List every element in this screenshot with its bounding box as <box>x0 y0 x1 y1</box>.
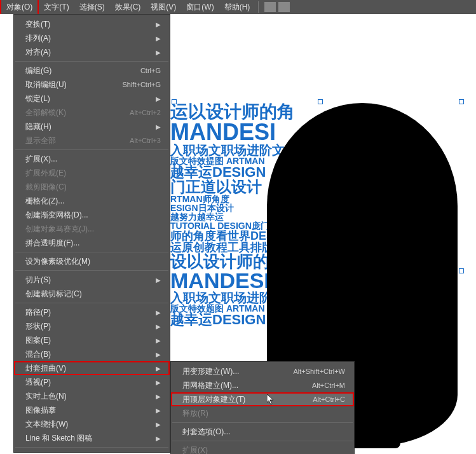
menu-item[interactable]: 排列(A)▶ <box>14 31 170 45</box>
selection-handle[interactable] <box>318 99 323 104</box>
menu-item[interactable]: 设为像素级优化(M) <box>14 254 170 268</box>
menubar-separator <box>258 1 259 13</box>
menu-window[interactable]: 窗口(W) <box>181 0 219 15</box>
menu-item-label: 形状(P) <box>25 321 51 332</box>
menu-item-label: 混合(B) <box>25 349 51 360</box>
menu-item[interactable]: 实时上色(N)▶ <box>14 389 170 403</box>
submenu-item: 扩展(X) <box>171 443 354 454</box>
menu-item: 裁剪图像(C) <box>14 180 170 194</box>
submenu-arrow-icon: ▶ <box>156 337 161 344</box>
submenu-item[interactable]: 用变形建立(W)...Alt+Shift+Ctrl+W <box>171 364 354 378</box>
menu-object[interactable]: 对象(O) <box>0 0 39 16</box>
menu-item[interactable]: 封套扭曲(V)▶ <box>14 361 170 375</box>
menu-item[interactable]: 形状(P)▶ <box>14 319 170 333</box>
menu-item-label: 文本绕排(W) <box>25 419 68 430</box>
menu-separator <box>15 447 168 448</box>
menu-item-label: 创建渐变网格(D)... <box>25 210 88 221</box>
submenu-arrow-icon: ▶ <box>156 123 161 130</box>
menu-item-label: 显示全部 <box>25 135 56 146</box>
menu-shortcut: Alt+Ctrl+3 <box>130 137 161 144</box>
menu-item-label: 变换(T) <box>25 19 50 30</box>
menu-item[interactable]: 隐藏(H)▶ <box>14 120 170 134</box>
doc-arrange-icon[interactable] <box>264 2 276 12</box>
menu-item[interactable]: 切片(S)▶ <box>14 273 170 287</box>
menu-separator <box>172 441 353 441</box>
menu-item-label: 切片(S) <box>25 275 51 285</box>
submenu-arrow-icon: ▶ <box>156 393 161 400</box>
menu-item[interactable]: 混合(B)▶ <box>14 347 170 361</box>
menu-shortcut: Alt+Ctrl+M <box>312 382 345 389</box>
menu-item-label: 拼合透明度(F)... <box>25 238 79 249</box>
menu-item-label: 扩展外观(E) <box>25 168 66 179</box>
menu-item-label: 对齐(A) <box>25 47 51 58</box>
menu-item: 显示全部Alt+Ctrl+3 <box>14 134 170 148</box>
submenu-arrow-icon: ▶ <box>156 351 161 358</box>
menu-item-label: 编组(G) <box>25 65 51 76</box>
selection-handle[interactable] <box>459 99 464 104</box>
menu-separator <box>15 149 168 150</box>
menu-item[interactable]: 锁定(L)▶ <box>14 92 170 106</box>
menu-item-label: 设为像素级优化(M) <box>25 256 90 267</box>
submenu-arrow-icon: ▶ <box>156 421 161 428</box>
menu-item-label: 裁剪图像(C) <box>25 182 67 193</box>
submenu-arrow-icon: ▶ <box>156 309 161 316</box>
doc-arrange-icon[interactable] <box>278 2 290 12</box>
menu-select[interactable]: 选择(S) <box>74 0 110 15</box>
submenu-arrow-icon: ▶ <box>156 407 161 414</box>
menu-effect[interactable]: 效果(C) <box>110 0 146 15</box>
menu-item[interactable]: 对齐(A)▶ <box>14 45 170 59</box>
menu-item-label: 透视(P) <box>25 377 51 388</box>
menu-view[interactable]: 视图(V) <box>146 0 181 15</box>
menu-text[interactable]: 文字(T) <box>39 0 74 15</box>
menu-separator <box>15 61 168 62</box>
submenu-item[interactable]: 封套选项(O)... <box>171 425 354 439</box>
menu-item-label: 创建裁切标记(C) <box>25 289 82 299</box>
menu-help[interactable]: 帮助(H) <box>219 0 255 15</box>
menu-item[interactable]: 创建渐变网格(D)... <box>14 208 170 222</box>
object-dropdown: 变换(T)▶排列(A)▶对齐(A)▶编组(G)Ctrl+G取消编组(U)Shif… <box>13 14 170 453</box>
menu-item[interactable]: 文本绕排(W)▶ <box>14 417 170 431</box>
submenu-item[interactable]: 用网格建立(M)...Alt+Ctrl+M <box>171 378 354 392</box>
menu-item-label: 锁定(L) <box>25 93 50 104</box>
menu-item-label: 创建对象马赛克(J)... <box>25 224 94 235</box>
submenu-arrow-icon: ▶ <box>156 21 161 28</box>
menu-item[interactable]: Line 和 Sketch 图稿▶ <box>14 431 170 445</box>
menu-item-label: 实时上色(N) <box>25 391 67 402</box>
envelope-distort-submenu: 用变形建立(W)...Alt+Shift+Ctrl+W用网格建立(M)...Al… <box>170 361 355 454</box>
menu-separator <box>15 303 168 303</box>
menu-item[interactable]: 取消编组(U)Shift+Ctrl+G <box>14 78 170 92</box>
menu-item-label: 图案(E) <box>25 335 51 346</box>
menubar: 对象(O) 文字(T) 选择(S) 效果(C) 视图(V) 窗口(W) 帮助(H… <box>0 0 476 14</box>
submenu-item-label: 用变形建立(W)... <box>182 366 239 377</box>
menu-item: 扩展外观(E) <box>14 166 170 180</box>
menu-shortcut: Alt+Shift+Ctrl+W <box>293 368 345 375</box>
menu-item[interactable]: 路径(P)▶ <box>14 305 170 319</box>
menu-item-label: 扩展(X)... <box>25 154 57 165</box>
submenu-item[interactable]: 用顶层对象建立(T)Alt+Ctrl+C <box>171 392 354 406</box>
menu-item[interactable]: 图像描摹▶ <box>14 403 170 417</box>
menu-item[interactable]: 变换(T)▶ <box>14 17 170 31</box>
menu-shortcut: Ctrl+G <box>140 67 161 74</box>
submenu-item-label: 封套选项(O)... <box>182 427 230 437</box>
selection-handle[interactable] <box>459 268 464 273</box>
menu-item[interactable]: 栅格化(Z)... <box>14 194 170 208</box>
menu-item[interactable]: 创建裁切标记(C) <box>14 287 170 301</box>
submenu-item-label: 释放(R) <box>182 408 208 419</box>
menu-shortcut: Shift+Ctrl+G <box>122 81 161 88</box>
submenu-item-label: 用网格建立(M)... <box>182 380 238 391</box>
menu-item[interactable]: 扩展(X)... <box>14 152 170 166</box>
submenu-arrow-icon: ▶ <box>156 379 161 386</box>
submenu-item-label: 扩展(X) <box>182 445 208 455</box>
submenu-arrow-icon: ▶ <box>156 95 161 102</box>
menu-item-label: 封套扭曲(V) <box>25 363 66 374</box>
menu-item-label: 隐藏(H) <box>25 121 51 132</box>
menu-item: 创建对象马赛克(J)... <box>14 222 170 236</box>
menu-item[interactable]: 拼合透明度(F)... <box>14 236 170 250</box>
submenu-arrow-icon: ▶ <box>156 35 161 42</box>
selection-handle[interactable] <box>172 99 177 104</box>
menu-item-label: Line 和 Sketch 图稿 <box>25 433 92 444</box>
menu-item[interactable]: 透视(P)▶ <box>14 375 170 389</box>
menu-item[interactable]: 编组(G)Ctrl+G <box>14 64 170 78</box>
menu-item[interactable]: 图案(E)▶ <box>14 333 170 347</box>
menu-separator <box>15 252 168 252</box>
